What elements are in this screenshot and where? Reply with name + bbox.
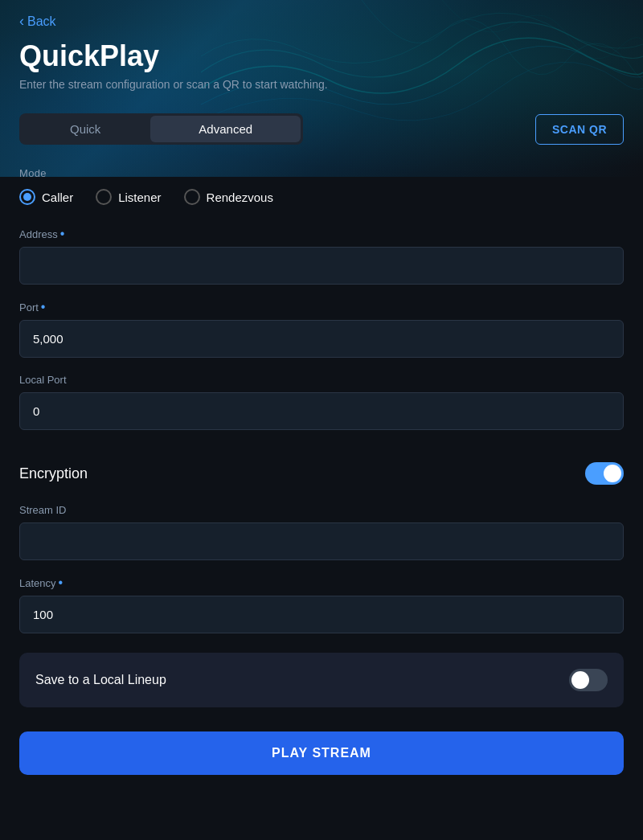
radio-listener-label: Listener <box>118 191 161 204</box>
mode-section-label: Mode <box>19 167 624 179</box>
stream-id-label: Stream ID <box>19 504 624 516</box>
tab-advanced[interactable]: Advanced <box>150 116 301 142</box>
mode-radio-group: Caller Listener Rendezvous <box>19 189 624 205</box>
radio-caller[interactable]: Caller <box>19 189 73 205</box>
tab-quick[interactable]: Quick <box>22 116 149 142</box>
back-chevron-icon: ‹ <box>19 13 24 30</box>
port-field-group: Port • <box>19 301 624 358</box>
radio-caller-label: Caller <box>42 191 73 204</box>
address-input[interactable] <box>19 247 624 285</box>
local-port-label: Local Port <box>19 374 624 386</box>
address-field-group: Address • <box>19 227 624 285</box>
address-required-dot: • <box>60 227 65 240</box>
address-label: Address • <box>19 227 624 240</box>
radio-rendezvous-indicator <box>184 189 200 205</box>
save-lineup-box: Save to a Local Lineup <box>19 653 624 707</box>
back-label: Back <box>27 14 56 29</box>
encryption-row: Encryption <box>19 462 624 485</box>
tab-group: Quick Advanced <box>19 113 303 145</box>
latency-input[interactable] <box>19 596 624 633</box>
latency-field-group: Latency • <box>19 576 624 633</box>
encryption-toggle[interactable] <box>585 462 624 485</box>
save-lineup-toggle-knob <box>571 671 589 689</box>
radio-rendezvous[interactable]: Rendezvous <box>184 189 273 205</box>
play-stream-button[interactable]: PLAY STREAM <box>19 731 624 775</box>
latency-label: Latency • <box>19 576 624 589</box>
port-required-dot: • <box>41 301 46 313</box>
save-lineup-toggle[interactable] <box>569 669 608 691</box>
radio-rendezvous-label: Rendezvous <box>207 191 273 204</box>
local-port-field-group: Local Port <box>19 374 624 430</box>
radio-caller-indicator <box>19 189 35 205</box>
port-input[interactable] <box>19 320 624 358</box>
back-button[interactable]: ‹ Back <box>19 0 56 39</box>
page-subtitle: Enter the stream configuration or scan a… <box>19 78 624 91</box>
page-title: QuickPlay <box>19 39 624 73</box>
encryption-label: Encryption <box>19 465 88 482</box>
port-label: Port • <box>19 301 624 313</box>
latency-required-dot: • <box>59 576 63 589</box>
scan-qr-button[interactable]: SCAN QR <box>535 114 624 145</box>
save-lineup-label: Save to a Local Lineup <box>35 673 166 687</box>
local-port-input[interactable] <box>19 392 624 430</box>
radio-listener-indicator <box>96 189 112 205</box>
stream-id-field-group: Stream ID <box>19 504 624 560</box>
encryption-toggle-knob <box>604 465 621 482</box>
radio-listener[interactable]: Listener <box>96 189 161 205</box>
stream-id-input[interactable] <box>19 522 624 560</box>
tab-row: Quick Advanced SCAN QR <box>19 113 624 145</box>
